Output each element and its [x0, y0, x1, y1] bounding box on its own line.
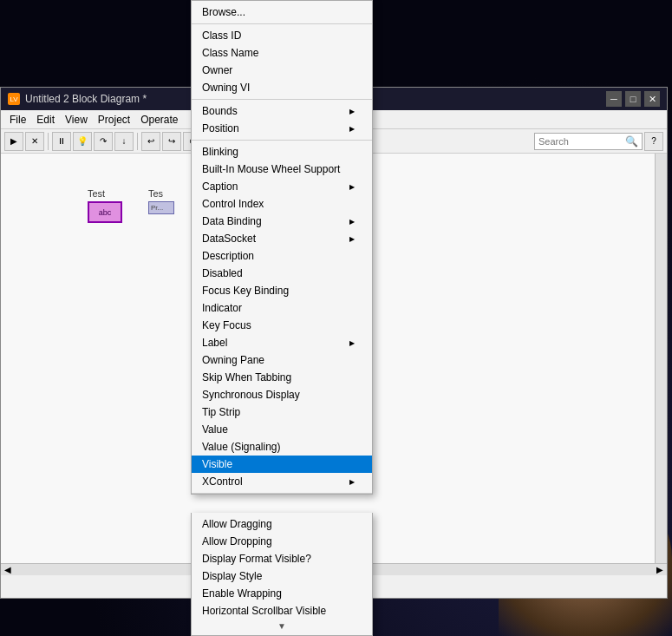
menu-caption[interactable]: Caption ▶ — [192, 178, 372, 195]
menu-indicator[interactable]: Indicator — [192, 299, 372, 317]
label-submenu-arrow: ▶ — [349, 339, 355, 347]
menu-horizontal-scrollbar[interactable]: Horizontal Scrollbar Visible — [192, 602, 372, 620]
help-button[interactable]: ? — [644, 132, 663, 151]
title-bar-left: LV Untitled 2 Block Diagram * — [8, 93, 147, 105]
toolbar-sep-2 — [137, 133, 138, 150]
minimize-button[interactable]: ─ — [606, 91, 622, 107]
control-box-1-text: abc — [99, 208, 112, 217]
menu-label[interactable]: Label ▶ — [192, 334, 372, 351]
step-into-button[interactable]: ↓ — [114, 132, 134, 151]
menu-project[interactable]: Project — [93, 112, 135, 128]
menu-owner[interactable]: Owner — [192, 62, 372, 79]
menu-visible[interactable]: Visible — [192, 456, 372, 473]
menu-display-style[interactable]: Display Style — [192, 567, 372, 585]
undo-button[interactable]: ↩ — [141, 132, 160, 151]
element2-label: Tes — [148, 188, 163, 199]
menu-data-binding[interactable]: Data Binding ▶ — [192, 213, 372, 230]
scroll-left-arrow[interactable]: ◀ — [1, 565, 15, 574]
context-menu: Browse... Class ID Class Name Owner Owni… — [191, 0, 373, 495]
menu-blinking[interactable]: Blinking — [192, 143, 372, 161]
menu-view[interactable]: View — [60, 112, 93, 128]
menu-class-name[interactable]: Class Name — [192, 44, 372, 62]
control-box-2[interactable]: Pr... — [148, 201, 174, 214]
menu-value[interactable]: Value — [192, 421, 372, 438]
context-menu-section-1: Class ID Class Name Owner Owning VI — [192, 24, 372, 100]
menu-focus-key-binding[interactable]: Focus Key Binding — [192, 282, 372, 299]
search-icon[interactable]: 🔍 — [625, 135, 638, 148]
title-bar-controls: ─ □ ✕ — [606, 91, 660, 107]
app-icon: LV — [8, 93, 20, 105]
window-title: Untitled 2 Block Diagram * — [25, 93, 147, 105]
context-menu-section-2: Bounds ▶ Position ▶ — [192, 100, 372, 141]
menu-edit[interactable]: Edit — [31, 112, 60, 128]
maximize-button[interactable]: □ — [625, 91, 641, 107]
step-over-button[interactable]: ↷ — [94, 132, 113, 151]
menu-value-signaling[interactable]: Value (Signaling) — [192, 438, 372, 456]
menu-xcontrol[interactable]: XControl ▶ — [192, 473, 372, 490]
control-box-1[interactable]: abc — [88, 201, 122, 223]
search-input[interactable] — [538, 136, 625, 147]
scroll-down-indicator[interactable]: ▼ — [192, 620, 372, 633]
caption-submenu-arrow: ▶ — [349, 183, 355, 191]
menu-class-id[interactable]: Class ID — [192, 27, 372, 44]
menu-enable-wrapping[interactable]: Enable Wrapping — [192, 585, 372, 602]
vertical-scrollbar[interactable] — [655, 154, 667, 563]
menu-operate[interactable]: Operate — [135, 112, 183, 128]
position-submenu-arrow: ▶ — [349, 125, 355, 133]
menu-disabled[interactable]: Disabled — [192, 265, 372, 282]
menu-key-focus[interactable]: Key Focus — [192, 317, 372, 334]
menu-description[interactable]: Description — [192, 247, 372, 265]
menu-file[interactable]: File — [4, 112, 31, 128]
pause-button[interactable]: ⏸ — [52, 132, 71, 151]
context-menu-section-browse: Browse... — [192, 1, 372, 24]
menu-tip-strip[interactable]: Tip Strip — [192, 403, 372, 421]
menu-mouse-wheel[interactable]: Built-In Mouse Wheel Support — [192, 161, 372, 178]
xcontrol-submenu-arrow: ▶ — [349, 478, 355, 486]
context-menu-section-3: Blinking Built-In Mouse Wheel Support Ca… — [192, 141, 372, 494]
data-binding-submenu-arrow: ▶ — [349, 218, 355, 226]
abort-button[interactable]: ✕ — [25, 132, 44, 151]
close-button[interactable]: ✕ — [644, 91, 660, 107]
menu-allow-dragging[interactable]: Allow Dragging — [192, 515, 372, 533]
menu-position[interactable]: Position ▶ — [192, 120, 372, 137]
menu-synchronous-display[interactable]: Synchronous Display — [192, 386, 372, 403]
highlight-button[interactable]: 💡 — [73, 132, 92, 151]
search-box: 🔍 — [534, 133, 643, 150]
redo-button[interactable]: ↪ — [162, 132, 181, 151]
menu-owning-vi[interactable]: Owning VI — [192, 79, 372, 96]
menu-display-format-visible[interactable]: Display Format Visible? — [192, 550, 372, 567]
menu-owning-pane[interactable]: Owning Pane — [192, 351, 372, 369]
menu-datasocket[interactable]: DataSocket ▶ — [192, 230, 372, 247]
element1-label: Test — [88, 188, 105, 199]
datasocket-submenu-arrow: ▶ — [349, 235, 355, 243]
control-box-2-text: Pr... — [151, 204, 163, 212]
bounds-submenu-arrow: ▶ — [349, 108, 355, 115]
toolbar-sep-1 — [48, 133, 49, 150]
bottom-context-menu: Allow Dragging Allow Dropping Display Fo… — [191, 513, 373, 636]
run-arrow-button[interactable]: ▶ — [4, 132, 23, 151]
browse-item[interactable]: Browse... — [192, 3, 372, 21]
menu-skip-tabbing[interactable]: Skip When Tabbing — [192, 369, 372, 386]
menu-control-index[interactable]: Control Index — [192, 195, 372, 213]
menu-bounds[interactable]: Bounds ▶ — [192, 102, 372, 120]
menu-allow-dropping[interactable]: Allow Dropping — [192, 533, 372, 550]
scroll-right-arrow[interactable]: ▶ — [653, 565, 667, 574]
